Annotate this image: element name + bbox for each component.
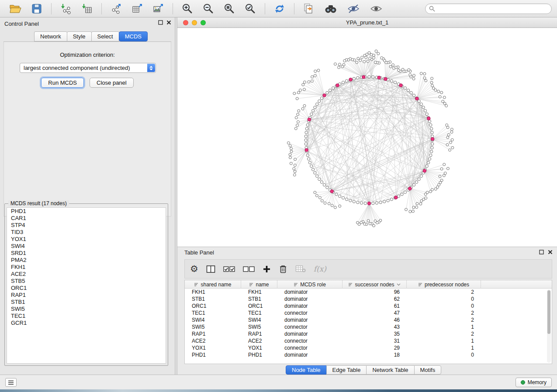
table-row[interactable]: SWI5SWI5connector431 [185,323,552,330]
import-table-button[interactable] [80,2,94,15]
mcds-result-item[interactable]: RAP1 [7,292,166,299]
tab-edge-table[interactable]: Edge Table [326,365,367,375]
close-panel-button[interactable]: Close panel [90,78,134,88]
show-columns-button[interactable] [206,265,215,273]
search-input[interactable] [438,6,548,12]
float-panel-icon[interactable] [158,20,163,25]
mcds-result-item[interactable]: GCR1 [7,320,166,327]
delete-table-button[interactable] [295,265,306,273]
mcds-result-item[interactable]: ORC1 [7,285,166,292]
mcds-result-item[interactable]: STB1 [7,299,166,306]
tab-motifs[interactable]: Motifs [414,365,442,375]
panel-menu-button[interactable] [5,378,17,387]
tab-network[interactable]: Network [34,31,67,41]
column-header-shared-name[interactable]: shared name [185,280,241,289]
copy-document-button[interactable] [301,2,316,15]
mcds-result-item[interactable]: SWI5 [7,306,166,313]
select-all-columns-button[interactable] [223,266,235,272]
cell-shared-name: SWI4 [185,316,241,323]
table-row[interactable]: YOX1YOX1connector291 [185,344,552,351]
mcds-tab-content: Optimization criterion: largest connecte… [3,42,171,217]
table-row[interactable]: PHD1PHD1dominator180 [185,351,552,358]
toolbar-separator [265,3,265,14]
import-network-button[interactable] [59,2,73,15]
tab-style[interactable]: Style [67,31,92,41]
export-network-button[interactable] [109,2,124,15]
table-row[interactable]: SWI4SWI4dominator462 [185,316,552,323]
float-table-panel-icon[interactable] [539,250,544,254]
zoom-selected-button[interactable] [243,2,258,15]
save-floppy-icon [31,3,42,14]
cell-MCDS-role: dominator [277,330,343,337]
close-table-panel-icon[interactable] [548,250,553,254]
criterion-select[interactable]: largest connected component (undirected) [20,63,156,73]
function-builder-button[interactable]: f(x) [314,265,326,273]
mcds-result-item[interactable]: FKH1 [7,264,166,271]
cell-shared-name: FKH1 [185,289,241,296]
network-window-title: YPA_prune.txt_1 [177,19,557,26]
mcds-result-item[interactable]: CAR1 [7,215,166,222]
cell-name: SWI4 [241,316,277,323]
zoom-fit-button[interactable] [222,2,237,15]
table-row[interactable]: ORC1ORC1dominator610 [185,303,552,309]
cell-predecessor-nodes: 2 [407,316,481,323]
table-row[interactable]: FKH1FKH1dominator962 [185,289,552,296]
mcds-result-item[interactable]: PMA2 [7,257,166,264]
mcds-result-item[interactable]: STP4 [7,222,166,229]
mcds-result-item[interactable]: TID3 [7,229,166,236]
mcds-result-item[interactable]: YOX1 [7,236,166,243]
table-settings-button[interactable]: ⚙ [190,265,198,273]
export-table-button[interactable] [130,2,145,15]
table-row[interactable]: STB1STB1dominator620 [185,296,552,303]
mcds-result-item[interactable]: PHD1 [7,208,166,215]
control-panel: Control Panel NetworkStyleSelectMCDS Opt… [0,17,175,375]
mcds-result-item[interactable]: SRD1 [7,250,166,257]
run-mcds-button[interactable]: Run MCDS [41,78,84,88]
cell-successor-nodes: 46 [343,316,407,323]
zoom-out-button[interactable] [201,2,216,15]
toolbar-separator [173,3,173,14]
tab-network-table[interactable]: Network Table [366,365,414,375]
table-row[interactable]: TEC1TEC1connector472 [185,309,552,316]
mcds-result-item[interactable]: SWI4 [7,243,166,250]
column-header-MCDS-role[interactable]: MCDS role [277,280,343,289]
cell-successor-nodes: 18 [343,351,407,358]
column-header-predecessor-nodes[interactable]: predecessor nodes [407,280,481,289]
column-header-successor-nodes[interactable]: successor nodes [343,280,407,289]
delete-column-button[interactable] [279,265,287,274]
save-session-button[interactable] [29,2,44,15]
memory-status-icon [521,380,525,385]
export-image-button[interactable] [151,2,166,15]
tab-select[interactable]: Select [91,31,119,41]
search-field[interactable] [425,3,552,14]
network-graph[interactable] [177,28,557,247]
table-scrollbar[interactable] [547,289,551,363]
chevron-down-icon [397,283,401,286]
table-row[interactable]: RAP1RAP1dominator352 [185,330,552,337]
show-details-button[interactable] [368,2,384,15]
scrollbar-thumb[interactable] [547,290,550,334]
add-column-button[interactable] [263,265,271,273]
refresh-view-button[interactable] [272,2,287,15]
mcds-result-item[interactable]: TEC1 [7,313,166,320]
network-view[interactable] [177,28,557,247]
cell-shared-name: STB1 [185,296,241,303]
zoom-in-button[interactable] [180,2,195,15]
mcds-result-item[interactable]: ACE2 [7,271,166,278]
open-file-button[interactable] [7,2,23,15]
mcds-result-list: PHD1CAR1STP4TID3YOX1SWI4SRD1PMA2FKH1ACE2… [7,207,166,364]
close-panel-icon[interactable] [166,20,171,25]
table-row[interactable]: ACE2ACE2connector311 [185,337,552,344]
tab-mcds[interactable]: MCDS [119,31,148,41]
toolbar-separator [101,3,102,14]
eye-icon [370,3,383,14]
column-header-name[interactable]: name [241,280,277,289]
deselect-all-columns-button[interactable] [243,266,255,272]
search-network-button[interactable] [322,2,339,15]
tab-node-table[interactable]: Node Table [286,365,327,375]
memory-button[interactable]: Memory [515,378,552,387]
cell-predecessor-nodes: 0 [407,303,481,309]
mcds-result-item[interactable]: STB5 [7,278,166,285]
export-table-icon [131,3,143,14]
hide-details-button[interactable] [345,2,362,15]
